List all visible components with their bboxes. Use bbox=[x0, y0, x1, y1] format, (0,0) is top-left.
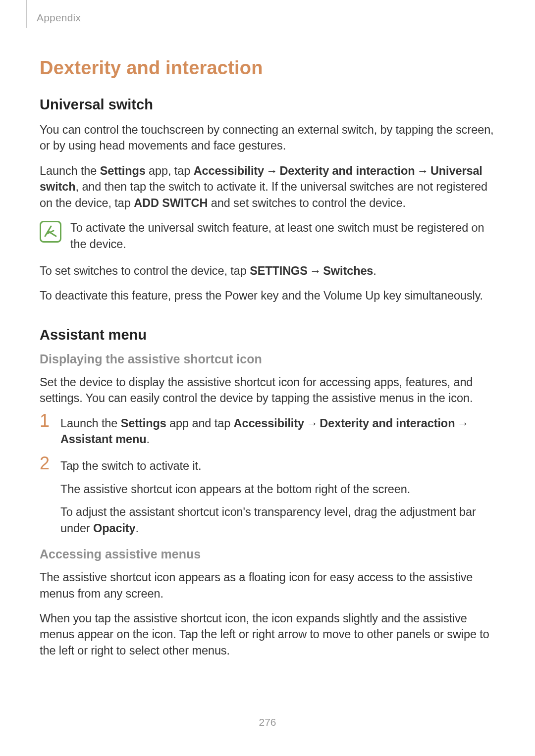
step-1: Launch the Settings app and tap Accessib… bbox=[40, 415, 495, 448]
header-rule bbox=[26, 0, 27, 28]
text: . bbox=[147, 433, 150, 446]
universal-switch-p2: Launch the Settings app, tap Accessibili… bbox=[40, 163, 495, 211]
opacity-label: Opacity bbox=[93, 522, 136, 535]
assistant-menu-heading: Assistant menu bbox=[40, 327, 495, 343]
dexterity-label: Dexterity and interaction bbox=[279, 164, 415, 177]
step-2-text-c: To adjust the assistant shortcut icon's … bbox=[60, 504, 495, 536]
assistant-menu-p1: Set the device to display the assistive … bbox=[40, 374, 495, 406]
text: Launch the bbox=[60, 417, 121, 430]
step-2-text-a: Tap the switch to activate it. bbox=[60, 458, 495, 474]
arrow-icon: → bbox=[264, 163, 279, 179]
text: . bbox=[136, 522, 139, 535]
arrow-icon: → bbox=[304, 415, 320, 431]
accessing-p2: The assistive shortcut icon appears as a… bbox=[40, 569, 495, 602]
text: To set switches to control the device, t… bbox=[40, 264, 250, 277]
arrow-icon: → bbox=[415, 163, 430, 179]
universal-switch-p1: You can control the touchscreen by conne… bbox=[40, 122, 495, 154]
add-switch-label: ADD SWITCH bbox=[134, 197, 208, 209]
text: and set switches to control the device. bbox=[208, 197, 406, 209]
universal-switch-heading: Universal switch bbox=[40, 97, 495, 113]
universal-switch-p4: To deactivate this feature, press the Po… bbox=[40, 288, 495, 303]
text: app and tap bbox=[166, 417, 234, 430]
accessibility-label: Accessibility bbox=[194, 164, 264, 177]
arrow-icon: → bbox=[455, 415, 470, 431]
settings-label: Settings bbox=[121, 417, 166, 430]
note-text: To activate the universal switch feature… bbox=[70, 220, 495, 252]
assistant-menu-label: Assistant menu bbox=[60, 433, 147, 446]
step-2-text-b: The assistive shortcut icon appears at t… bbox=[60, 481, 495, 497]
arrow-icon: → bbox=[308, 263, 323, 279]
settings-label: Settings bbox=[100, 164, 146, 177]
displaying-shortcut-subhead: Displaying the assistive shortcut icon bbox=[40, 352, 495, 366]
accessing-p3: When you tap the assistive shortcut icon… bbox=[40, 610, 495, 658]
text: Launch the bbox=[40, 164, 100, 177]
page: Appendix Dexterity and interaction Unive… bbox=[0, 0, 535, 756]
accessibility-label: Accessibility bbox=[234, 417, 304, 430]
step-1-text: Launch the Settings app and tap Accessib… bbox=[60, 415, 495, 448]
accessing-menus-subhead: Accessing assistive menus bbox=[40, 547, 495, 561]
text: app, tap bbox=[146, 164, 194, 177]
text: . bbox=[373, 264, 376, 277]
universal-switch-p3: To set switches to control the device, t… bbox=[40, 263, 495, 279]
header-section-label: Appendix bbox=[37, 12, 495, 24]
note-icon bbox=[40, 221, 61, 243]
steps-list: Launch the Settings app and tap Accessib… bbox=[40, 415, 495, 537]
switches-label: Switches bbox=[323, 264, 373, 277]
page-number: 276 bbox=[0, 716, 535, 728]
step-2: Tap the switch to activate it. The assis… bbox=[40, 458, 495, 536]
dexterity-label: Dexterity and interaction bbox=[320, 417, 455, 430]
settings-caps-label: SETTINGS bbox=[250, 264, 308, 277]
page-title: Dexterity and interaction bbox=[40, 57, 495, 79]
note-block: To activate the universal switch feature… bbox=[40, 220, 495, 252]
